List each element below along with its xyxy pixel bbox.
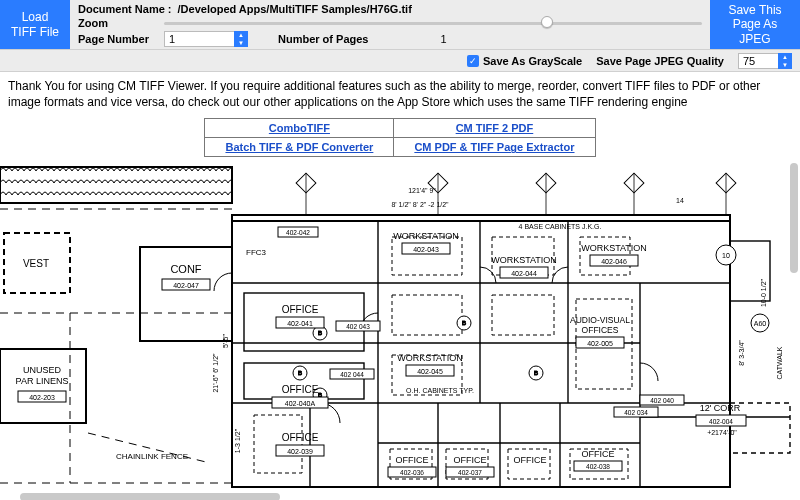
svg-text:10-0 1/2": 10-0 1/2" [760, 279, 767, 308]
svg-text:402-039: 402-039 [287, 448, 313, 455]
svg-text:402 034: 402 034 [624, 409, 648, 416]
svg-rect-3 [0, 167, 232, 203]
svg-text:WORKSTATION: WORKSTATION [491, 255, 557, 265]
svg-text:402-038: 402-038 [586, 463, 610, 470]
svg-text:402-045: 402-045 [417, 368, 443, 375]
svg-text:21'-6"  6' 1/2": 21'-6" 6' 1/2" [212, 353, 219, 393]
horizontal-scrollbar[interactable] [20, 493, 790, 500]
svg-text:OFFICES: OFFICES [582, 325, 619, 335]
svg-text:10: 10 [722, 252, 730, 259]
save-page-as-jpeg-button[interactable]: Save This Page As JPEG [710, 0, 800, 49]
chevron-up-icon: ▲ [778, 53, 792, 61]
svg-text:UNUSED: UNUSED [23, 365, 62, 375]
svg-text:FFC3: FFC3 [246, 248, 267, 257]
link-cm-tiff-2-pdf[interactable]: CM TIFF 2 PDF [456, 122, 534, 134]
page-number-stepper[interactable]: ▲▼ [234, 31, 248, 47]
svg-text:4 BASE CABINETS J.K.G.: 4 BASE CABINETS J.K.G. [519, 223, 602, 230]
svg-text:121'4" 9": 121'4" 9" [408, 187, 436, 194]
svg-text:CONF: CONF [170, 263, 201, 275]
svg-text:8' 3-3/4": 8' 3-3/4" [738, 340, 745, 366]
svg-text:402 043: 402 043 [346, 323, 370, 330]
link-combotiff[interactable]: ComboTIFF [269, 122, 330, 134]
chevron-down-icon: ▼ [234, 39, 248, 47]
svg-text:402 044: 402 044 [340, 371, 364, 378]
toolbar-center: Document Name : /Developed Apps/MultiTIF… [70, 0, 710, 49]
svg-text:8' 1/2"   8' 2"  -2 1/2": 8' 1/2" 8' 2" -2 1/2" [391, 201, 449, 208]
svg-text:AUDIO-VISUAL: AUDIO-VISUAL [570, 315, 630, 325]
chevron-down-icon: ▼ [778, 61, 792, 69]
svg-text:402-005: 402-005 [587, 340, 613, 347]
svg-text:PAR LINENS: PAR LINENS [16, 376, 69, 386]
svg-text:OFFICE: OFFICE [396, 455, 429, 465]
svg-text:5'-5": 5'-5" [222, 334, 229, 348]
grayscale-label: Save As GrayScale [483, 55, 582, 67]
zoom-slider[interactable] [164, 16, 702, 30]
svg-text:O.H. CABINETS TYP.: O.H. CABINETS TYP. [406, 387, 474, 394]
floor-plan-image: B B B B B 402-042 402 044 402 034 402 04… [0, 163, 800, 500]
svg-text:402-037: 402-037 [458, 469, 482, 476]
page-number-label: Page Number [78, 33, 158, 45]
chevron-up-icon: ▲ [234, 31, 248, 39]
floor-plan-viewer[interactable]: B B B B B 402-042 402 044 402 034 402 04… [0, 163, 800, 500]
svg-text:CATWALK: CATWALK [776, 347, 783, 380]
svg-text:WORKSTATION: WORKSTATION [397, 353, 463, 363]
svg-text:402 040: 402 040 [650, 397, 674, 404]
quality-select[interactable] [738, 53, 778, 69]
svg-text:A60: A60 [754, 320, 767, 327]
check-icon: ✓ [467, 55, 479, 67]
link-page-extractor[interactable]: CM PDF & TIFF Page Extractor [414, 141, 574, 153]
svg-rect-32 [392, 295, 462, 335]
svg-text:402-036: 402-036 [400, 469, 424, 476]
options-bar: ✓ Save As GrayScale Save Page JPEG Quali… [0, 50, 800, 72]
grayscale-checkbox[interactable]: ✓ Save As GrayScale [467, 55, 582, 67]
promo-links-table: ComboTIFF CM TIFF 2 PDF Batch TIFF & PDF… [204, 118, 595, 157]
promo-text: Thank You for using CM TIFF Viewer. If y… [0, 72, 800, 114]
page-number-input[interactable] [164, 31, 234, 47]
document-name-value: /Developed Apps/MultiTIFF Samples/H76G.t… [178, 3, 412, 15]
svg-text:VEST: VEST [23, 258, 49, 269]
svg-text:402-044: 402-044 [511, 270, 537, 277]
document-name-label: Document Name : [78, 3, 172, 15]
svg-text:1-3 1/2": 1-3 1/2" [234, 429, 241, 454]
svg-text:402-041: 402-041 [287, 320, 313, 327]
svg-text:402-047: 402-047 [173, 282, 199, 289]
load-tiff-button[interactable]: Load TIFF File [0, 0, 70, 49]
svg-rect-36 [254, 415, 302, 473]
svg-text:14: 14 [676, 197, 684, 204]
quality-stepper[interactable]: ▲▼ [778, 53, 792, 69]
svg-text:402-043: 402-043 [413, 246, 439, 253]
svg-text:OFFICE: OFFICE [282, 384, 319, 395]
svg-text:402-040A: 402-040A [285, 400, 316, 407]
svg-text:WORKSTATION: WORKSTATION [581, 243, 647, 253]
svg-text:402-203: 402-203 [29, 394, 55, 401]
svg-text:OFFICE: OFFICE [282, 432, 319, 443]
link-batch-converter[interactable]: Batch TIFF & PDF Converter [225, 141, 373, 153]
svg-text:OFFICE: OFFICE [582, 449, 615, 459]
zoom-label: Zoom [78, 17, 158, 29]
svg-text:402-046: 402-046 [601, 258, 627, 265]
svg-rect-5 [0, 349, 86, 423]
svg-text:402-004: 402-004 [709, 418, 733, 425]
svg-text:OFFICE: OFFICE [282, 304, 319, 315]
svg-text:B: B [534, 370, 538, 376]
svg-text:12' CORR: 12' CORR [700, 403, 741, 413]
svg-text:B: B [298, 370, 302, 376]
toolbar: Load TIFF File Document Name : /Develope… [0, 0, 800, 50]
svg-text:OFFICE: OFFICE [514, 455, 547, 465]
svg-text:402-042: 402-042 [286, 229, 310, 236]
svg-text:+2174'-0": +2174'-0" [707, 429, 737, 436]
svg-rect-2 [140, 247, 232, 341]
svg-rect-33 [492, 295, 554, 335]
svg-text:WORKSTATION: WORKSTATION [393, 231, 459, 241]
num-pages-value: 1 [440, 33, 446, 45]
vertical-scrollbar[interactable] [790, 163, 798, 491]
svg-text:B: B [462, 320, 466, 326]
svg-text:CHAINLINK FENCE: CHAINLINK FENCE [116, 452, 188, 461]
num-pages-label: Number of Pages [278, 33, 368, 45]
quality-label: Save Page JPEG Quality [596, 55, 724, 67]
svg-text:OFFICE: OFFICE [454, 455, 487, 465]
svg-text:B: B [318, 330, 322, 336]
